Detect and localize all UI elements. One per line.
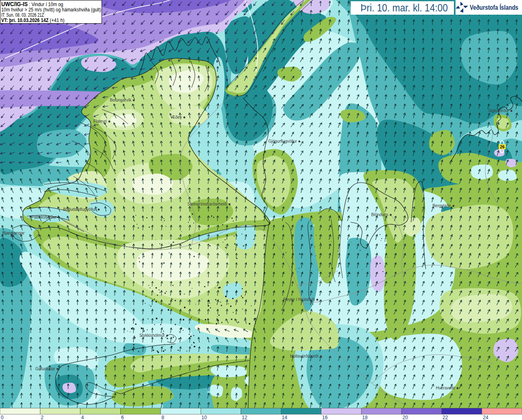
svg-text:26: 26 [500,144,505,149]
svg-text:0: 0 [1,415,4,420]
svg-text:Siglufjörður: Siglufjörður [488,108,509,113]
svg-text:Holtavörðuheiði: Holtavörðuheiði [290,354,319,358]
svg-text:Patreksfjörður: Patreksfjörður [31,215,57,219]
svg-text:Reykir í Hrútafirði: Reykir í Hrútafirði [283,297,315,302]
svg-text:Þri. 10. mar. kl. 14:00: Þri. 10. mar. kl. 14:00 [361,2,448,13]
svg-text:Æðey: Æðey [171,115,182,119]
svg-text:18: 18 [362,415,368,420]
svg-text:Bíldudalsflugvöllur: Bíldudalsflugvöllur [63,207,97,212]
svg-text:22: 22 [442,415,448,420]
svg-text:VT: þri. 10.03.2026 14Z: VT: þri. 10.03.2026 14Z [1,18,49,23]
svg-text:UWC/IG-IS: UWC/IG-IS [1,0,28,7]
svg-text:14: 14 [282,415,288,420]
svg-text:Hveravellir: Hveravellir [436,386,456,390]
svg-text:16: 16 [322,415,328,420]
svg-text:Veðurstofa Íslands: Veðurstofa Íslands [470,4,518,11]
svg-text:Stykkishólmur: Stykkishólmur [139,333,165,338]
svg-text:6: 6 [121,415,124,420]
svg-text:24: 24 [483,415,489,420]
svg-text:2: 2 [41,415,44,420]
svg-text:Gufuskálar: Gufuskálar [35,367,55,371]
svg-text:(+41 h): (+41 h) [50,18,64,23]
svg-text:Blönduós: Blönduós [371,212,388,217]
svg-text:Gjögurflugvöllur: Gjögurflugvöllur [268,139,297,144]
svg-text:IT: Sun. 08. 03. 2026 21Z: IT: Sun. 08. 03. 2026 21Z [1,12,44,18]
svg-text:Bergstaðir: Bergstaðir [432,203,451,208]
svg-text:8: 8 [161,415,164,420]
svg-text:Steingrímsfjarðarheiði: Steingrímsfjarðarheiði [188,202,227,206]
svg-text:: Vindur í 10m og: : Vindur í 10m og [29,2,63,7]
svg-text:Bjargtangar: Bjargtangar [2,230,25,235]
svg-text:20: 20 [403,415,408,420]
svg-text:10: 10 [201,415,207,420]
svg-text:12: 12 [242,415,248,420]
svg-text:4: 4 [81,415,84,420]
svg-text:Flateyri: Flateyri [93,119,107,124]
svg-text:Bolungarvík: Bolungarvík [110,98,132,102]
svg-text:10m hviður > 25 m/s (hvítt) og: 10m hviður > 25 m/s (hvítt) og hámarkshv… [1,7,101,13]
